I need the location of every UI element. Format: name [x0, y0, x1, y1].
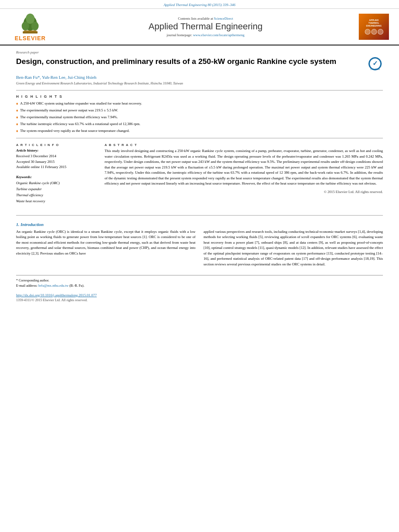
highlight-item-5: ♦ The system responded very rapidly as t… — [16, 128, 383, 134]
keywords-list: Organic Rankine cycle (ORC) Turbine expa… — [16, 180, 97, 205]
paper-title: Design, construction, and preliminary re… — [16, 57, 363, 67]
keywords-label: Keywords: — [16, 175, 97, 179]
journal-header: ELSEVIER Contents lists available at Sci… — [0, 9, 399, 45]
doi-link[interactable]: http://dx.doi.org/10.1016/j.applthermale… — [16, 293, 383, 297]
journal-homepage: journal homepage: www.elsevier.com/locat… — [56, 33, 355, 37]
email-link[interactable]: brfu@mx.nthu.edu.tw — [38, 283, 68, 288]
keyword-2: Turbine expander — [16, 186, 97, 192]
divider-3 — [16, 215, 383, 216]
journal-cover-area: APPLIED THERMAL ENGINEERING — [359, 14, 391, 40]
highlight-text-2: The experimentally maximal net power out… — [20, 108, 118, 113]
article-info-section: A R T I C L E I N F O Article history: R… — [16, 143, 97, 170]
highlight-text-1: A 250-kW ORC system using turbine expand… — [20, 101, 142, 106]
svg-text:CrossMark: CrossMark — [370, 68, 380, 70]
keyword-3: Thermal efficiency — [16, 192, 97, 198]
divider-1 — [16, 90, 383, 90]
crossmark-icon: ✓ CrossMark — [368, 57, 382, 71]
bullet-5: ♦ — [16, 128, 18, 134]
keyword-1: Organic Rankine cycle (ORC) — [16, 180, 97, 186]
contents-line: Contents lists available at ScienceDirec… — [56, 16, 355, 21]
journal-center: Contents lists available at ScienceDirec… — [56, 16, 355, 37]
keywords-section: Keywords: Organic Rankine cycle (ORC) Tu… — [16, 175, 97, 205]
svg-point-4 — [26, 14, 35, 24]
journal-title: Applied Thermal Engineering — [56, 21, 355, 32]
article-info-abstract: A R T I C L E I N F O Article history: R… — [16, 143, 383, 210]
cover-title: APPLIED THERMAL ENGINEERING — [366, 19, 382, 27]
keyword-4: Waste heat recovery — [16, 198, 97, 204]
article-history-label: Article history: — [16, 148, 97, 152]
highlight-item-1: ♦ A 250-kW ORC system using turbine expa… — [16, 101, 383, 107]
copyright: © 2015 Elsevier Ltd. All rights reserved… — [105, 190, 383, 194]
intro-columns: An organic Rankine cycle (ORC) is identi… — [16, 229, 383, 267]
highlight-text-5: The system responded very rapidly as the… — [20, 128, 130, 134]
bullet-1: ♦ — [16, 101, 18, 107]
highlight-item-4: ♦ The turbine isentropic efficiency was … — [16, 121, 383, 127]
article-info-col: A R T I C L E I N F O Article history: R… — [16, 143, 97, 210]
footnote-corresponding: * Corresponding author. — [16, 278, 383, 283]
bullet-2: ♦ — [16, 108, 18, 113]
footnote-area: * Corresponding author. E-mail address: … — [16, 275, 383, 288]
journal-cover: APPLIED THERMAL ENGINEERING — [359, 14, 389, 40]
email-suffix: (B.-R. Fu). — [69, 283, 84, 288]
cover-decoration — [365, 29, 383, 35]
highlight-item-2: ♦ The experimentally maximal net power o… — [16, 108, 383, 113]
highlight-item-3: ♦ The experimentally maximal system ther… — [16, 115, 383, 120]
intro-title: Introduction — [21, 222, 43, 227]
elsevier-tree-icon — [16, 12, 44, 34]
intro-right-col: applied various perspectives and researc… — [204, 229, 383, 267]
highlights-section: H I G H L I G H T S ♦ A 250-kW ORC syste… — [16, 94, 383, 134]
svg-text:✓: ✓ — [372, 60, 378, 67]
bullet-3: ♦ — [16, 115, 18, 120]
intro-section: 1. Introduction An organic Rankine cycle… — [16, 222, 383, 267]
paper-title-row: Design, construction, and preliminary re… — [16, 57, 383, 71]
bullet-4: ♦ — [16, 121, 18, 127]
top-bar: Applied Thermal Engineering 80 (2015) 33… — [0, 0, 399, 9]
highlights-list: ♦ A 250-kW ORC system using turbine expa… — [16, 101, 383, 134]
elsevier-logo-area: ELSEVIER — [8, 12, 52, 41]
intro-number: 1. — [16, 222, 19, 227]
available-date: Available online 11 February 2015 — [16, 164, 97, 170]
footer-issn: 1359-4311/© 2015 Elsevier Ltd. All right… — [16, 298, 383, 302]
received-date: Received 3 December 2014 — [16, 154, 97, 159]
affiliation: Green Energy and Environment Research La… — [16, 81, 383, 85]
highlight-text-3: The experimentally maximal system therma… — [20, 115, 118, 120]
authors: Ben-Ran Fu*, Yuh-Ren Lee, Jui-Ching Hsie… — [16, 75, 383, 80]
accepted-date: Accepted 30 January 2015 — [16, 159, 97, 165]
abstract-heading: A B S T R A C T — [105, 143, 383, 147]
email-label: E-mail address: — [16, 283, 37, 288]
footnote-email-line: E-mail address: brfu@mx.nthu.edu.tw (B.-… — [16, 283, 383, 288]
sciencedirect-link[interactable]: ScienceDirect — [214, 16, 233, 21]
svg-rect-6 — [24, 31, 36, 32]
elsevier-brand-text: ELSEVIER — [14, 35, 45, 41]
paper-type: Research paper — [16, 50, 383, 54]
main-content: Research paper Design, construction, and… — [0, 50, 399, 304]
intro-left-col: An organic Rankine cycle (ORC) is identi… — [16, 229, 195, 267]
intro-left-para: An organic Rankine cycle (ORC) is identi… — [16, 229, 195, 257]
divider-2 — [16, 138, 383, 138]
crossmark-area[interactable]: ✓ CrossMark — [367, 57, 383, 71]
footer-bottom: http://dx.doi.org/10.1016/j.applthermale… — [16, 292, 383, 304]
abstract-text: This study involved designing and constr… — [105, 148, 383, 187]
homepage-url[interactable]: www.elsevier.com/locate/apthermeng — [193, 33, 245, 37]
article-info-heading: A R T I C L E I N F O — [16, 143, 97, 147]
highlight-text-4: The turbine isentropic efficiency was 63… — [20, 121, 140, 127]
intro-right-para: applied various perspectives and researc… — [204, 229, 383, 267]
highlights-heading: H I G H L I G H T S — [16, 94, 383, 99]
intro-heading: 1. Introduction — [16, 222, 383, 227]
journal-ref-link[interactable]: Applied Thermal Engineering 80 (2015) 33… — [164, 3, 236, 7]
abstract-col: A B S T R A C T This study involved desi… — [105, 143, 383, 210]
